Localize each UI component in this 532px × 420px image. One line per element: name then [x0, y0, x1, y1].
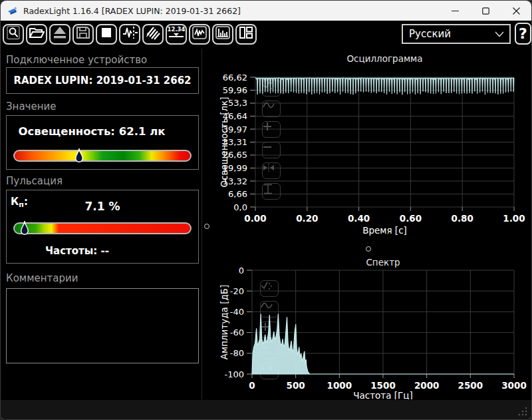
x-tick-label: 0.20: [296, 213, 318, 224]
curve-button[interactable]: [260, 301, 279, 317]
zoom-out-button[interactable]: [260, 342, 279, 359]
illuminance-reading: Освещенность: 62.1 лк: [11, 125, 173, 138]
x-tick-label: 0.60: [400, 213, 422, 224]
zoom-out-button[interactable]: [262, 142, 281, 158]
pulse-cursor-icon: [122, 25, 138, 43]
frequencies-value: Частоты: --: [11, 245, 144, 257]
y-tick-label: 6,66: [228, 189, 247, 199]
oscillogram-view-button[interactable]: [189, 24, 210, 45]
x-tick-label: 0.40: [348, 213, 370, 224]
hatch-sweep-icon: [145, 25, 161, 43]
open-file-button[interactable]: [26, 24, 47, 45]
x-tick-label: 3000: [501, 380, 527, 391]
toolbar: 12.34 Русский ?: [1, 21, 531, 47]
fit-horizontal-button[interactable]: [262, 162, 281, 179]
value-box: Освещенность: 62.1 лк: [6, 115, 199, 170]
x-tick-label: 0.80: [452, 213, 473, 224]
pulse-cursor-button[interactable]: [119, 24, 140, 45]
select-points-button[interactable]: [260, 280, 279, 297]
horizontal-splitter-handle[interactable]: [366, 246, 371, 252]
vertical-splitter-handle[interactable]: [204, 224, 209, 229]
fit-horizontal-button[interactable]: [260, 363, 279, 379]
select-points-button[interactable]: [262, 80, 281, 97]
chart-grid: 66,6259,9653,346,6439,9733,3126,6519,991…: [207, 51, 532, 240]
illuminance-scale: [13, 150, 192, 162]
x-tick-label: 0: [249, 380, 255, 391]
panel-splitter[interactable]: [201, 49, 202, 400]
y-tick-label: 66,62: [223, 73, 247, 83]
x-tick-label: 500: [287, 380, 305, 391]
y-tick-label: 0: [239, 266, 244, 276]
language-value: Русский: [409, 28, 451, 40]
kp-value: 7.1 %: [36, 200, 169, 213]
language-select[interactable]: Русский: [402, 24, 511, 44]
load-from-device-button[interactable]: [49, 24, 70, 45]
curve-button[interactable]: [262, 101, 281, 117]
app-window: RadexLight 1.16.4 [RADEX LUPIN: 2019-01-…: [0, 0, 532, 420]
oscillogram-icon: [192, 25, 207, 43]
chevron-down-icon: [495, 31, 504, 37]
layout-panels-button[interactable]: [235, 24, 257, 45]
stop-square-icon: [98, 25, 114, 43]
comments-input[interactable]: [6, 288, 199, 363]
chart-grid: 0-20-40-60-80-10005001000150020002500300…: [207, 254, 532, 400]
help-label: ?: [519, 25, 527, 42]
x-tick-label: 0.00: [244, 213, 266, 224]
y-tick-label: -80: [230, 348, 244, 358]
device-section-header: Подключенное устройство: [6, 54, 147, 66]
oscillogram-chart: Осциллограмма Освещенность [лк] Время [с…: [207, 51, 532, 240]
device-box: RADEX LUPIN: 2019-01-31 2662: [6, 67, 199, 94]
spectrum-chart: Спектр Амплитуда [дБ] Частота [Гц] 0-20-…: [207, 254, 532, 400]
spectrum-icon: [215, 25, 231, 43]
y-tick-label: -60: [230, 327, 244, 337]
y-tick-label: -40: [230, 307, 244, 317]
eject-icon: [52, 25, 68, 43]
help-button[interactable]: ?: [515, 23, 531, 45]
kp-label: Кп:: [11, 196, 28, 209]
x-tick-label: 2000: [414, 380, 440, 391]
zoom-in-button[interactable]: [262, 121, 281, 138]
y-tick-label: 33,31: [223, 137, 247, 147]
minimize-button[interactable]: [440, 1, 470, 21]
x-tick-label: 1500: [370, 380, 396, 391]
title-bar[interactable]: RadexLight 1.16.4 [RADEX LUPIN: 2019-01-…: [1, 1, 531, 21]
save-icon: [75, 25, 91, 43]
magnifier-button[interactable]: [3, 24, 24, 45]
y-tick-label: -100: [224, 369, 244, 379]
y-tick-label: 0,0: [233, 202, 247, 212]
zoom-in-button[interactable]: [260, 321, 279, 338]
device-name: RADEX LUPIN: 2019-01-31 2662: [13, 75, 191, 87]
hatch-sweep-button[interactable]: [142, 24, 164, 45]
maximize-button[interactable]: [470, 1, 501, 21]
pulsation-section-header: Пульсация: [6, 175, 63, 187]
x-tick-label: 1000: [327, 380, 352, 391]
numeric-icon-text: 12.34: [168, 26, 185, 33]
y-tick-label: 46,64: [223, 111, 247, 121]
illuminance-marker: [74, 148, 84, 164]
layout-panels-icon: [238, 25, 254, 43]
pulsation-marker: [20, 220, 29, 236]
pulsation-scale: [13, 222, 192, 234]
magnifier-icon: [5, 25, 21, 43]
x-tick-label: 2500: [458, 380, 483, 391]
fit-vertical-button[interactable]: [262, 183, 281, 200]
spectrum-view-button[interactable]: [212, 24, 233, 45]
app-icon: [7, 5, 18, 16]
y-tick-label: 13,32: [223, 176, 247, 186]
pulsation-box: Кп: 7.1 % Частоты: --: [6, 190, 199, 264]
save-button[interactable]: [72, 24, 94, 45]
open-folder-icon: [29, 25, 45, 43]
numeric-display-button[interactable]: 12.34: [166, 24, 187, 45]
value-section-header: Значение: [6, 101, 57, 112]
close-button[interactable]: [501, 1, 531, 21]
window-title: RadexLight 1.16.4 [RADEX LUPIN: 2019-01-…: [23, 6, 440, 16]
y-tick-label: 59,96: [223, 85, 247, 95]
resize-grip[interactable]: [518, 407, 527, 416]
y-tick-label: 26,65: [223, 150, 247, 160]
comments-section-header: Комментарии: [6, 272, 78, 284]
y-tick-label: 19,99: [223, 163, 247, 173]
status-bar: [1, 399, 531, 419]
stop-button[interactable]: [96, 24, 117, 45]
y-tick-label: -20: [230, 286, 244, 296]
x-tick-label: 1.00: [503, 213, 525, 224]
